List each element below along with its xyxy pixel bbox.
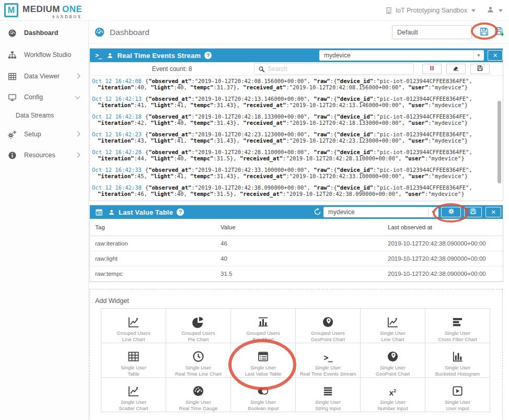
sidebar-item-dashboard[interactable]: Dashboard [0, 24, 89, 42]
info-icon [7, 151, 17, 160]
user-menu[interactable] [487, 0, 503, 21]
close-widget-button[interactable]: ✕ [485, 207, 501, 217]
table-row: raw:iteration 46 2019-10-12T20:42:38.090… [90, 236, 503, 251]
add-widget-single-user-string-input[interactable]: Single User String Input [296, 378, 361, 412]
cell-tag: raw:tempc [95, 271, 123, 277]
main-content: Dashboard >_ Real Time Events Stream ? m… [89, 21, 509, 420]
user-icon [107, 52, 113, 59]
chevron-down-icon [75, 94, 80, 99]
events-toolbar: Event count: 8 [90, 62, 503, 76]
sidebar-item-data-streams[interactable]: Data Streams [0, 107, 89, 124]
add-widget-single-user-scatter-chart[interactable]: Single User Scatter Chart [101, 378, 166, 412]
help-icon[interactable]: ? [204, 52, 212, 59]
sidebar-item-data-viewer[interactable]: Data Viewer [0, 67, 89, 85]
clock-icon [192, 346, 204, 363]
widget-item-line1: Single User [380, 399, 406, 405]
org-selector[interactable]: IoT Prototyping Sandbox [385, 0, 476, 21]
add-widget-single-user-last-value-table[interactable]: Single User Last Value Table [231, 343, 296, 378]
event-log-entry: Oct 12 16:42:33{"observed_at":"2019-10-1… [92, 167, 495, 179]
dashboard-gauge-icon [94, 27, 105, 40]
widget-item-line1: Single User [186, 399, 211, 405]
cell-value: 46 [221, 240, 227, 247]
add-widget-single-user-real-time-events-stream[interactable]: >_ Single User Real Time Events Stream [296, 343, 361, 378]
add-widget-single-user-bucketed-histogram[interactable]: Single User Bucketed Histogram [425, 343, 490, 378]
top-bar: M MEDIUMONE SANDBOX IoT Prototyping Sand… [0, 0, 509, 21]
table-header-row: Tag Value Last observed at [90, 219, 503, 236]
search-icon [258, 66, 265, 73]
widget-settings-button[interactable] [441, 207, 461, 217]
device-select-value: mydevice [324, 208, 428, 216]
add-widget-grouped-users-bar-chart[interactable]: Grouped Users Bar Chart [231, 309, 296, 343]
brand-logo-icon: M [4, 3, 18, 17]
user-icon [108, 209, 115, 216]
brand-subtitle: SANDBOX [22, 15, 82, 19]
add-widget-single-user-real-time-line-chart[interactable]: Single User Real Time Line Chart [166, 343, 231, 378]
add-widget-area: Add Widget Grouped Users Line Chart Grou… [89, 289, 503, 420]
widget-item-line1: Single User [250, 365, 276, 371]
brand-logo[interactable]: M MEDIUMONE SANDBOX [4, 2, 82, 19]
search-input[interactable] [268, 65, 413, 73]
widget-item-line1: Single User [380, 365, 406, 371]
refresh-icon[interactable] [314, 208, 321, 216]
add-widget-single-user-boolean-input[interactable]: Single User Boolean Input [231, 378, 296, 412]
line-chart-icon [128, 380, 140, 397]
event-log-entry: Oct 12 16:42:18{"observed_at":"2019-10-1… [92, 113, 495, 126]
widget-item-line2: Real Time Line Chart [175, 371, 222, 377]
widget-item-line1: Single User [445, 365, 470, 371]
gear-icon [448, 208, 455, 216]
add-dashboard-button[interactable] [493, 27, 505, 38]
close-widget-button[interactable]: ✕ [488, 50, 503, 61]
chevron-down-icon [471, 9, 476, 12]
cell-tag: raw:light [95, 255, 118, 262]
brand-name: MEDIUM [22, 4, 60, 14]
widget-item-line2: Scatter Chart [119, 405, 148, 412]
add-widget-single-user-geopoint-chart[interactable]: Single User GeoPoint Chart [361, 343, 425, 378]
widget-item-line1: Grouped Users [181, 330, 215, 336]
grid-icon [128, 346, 140, 363]
gears-icon [7, 130, 17, 139]
event-log-area: Oct 12 16:42:08{"observed_at":"2019-10-1… [90, 76, 503, 201]
toggle-icon [257, 380, 269, 397]
column-header-value: Value [221, 224, 236, 230]
sidebar-item-resources[interactable]: Resources [0, 146, 89, 164]
clear-stream-button[interactable] [446, 64, 466, 74]
pause-stream-button[interactable] [422, 64, 442, 74]
save-widget-button[interactable] [464, 207, 482, 217]
add-widget-single-user-user-input[interactable]: Single User User Input [425, 378, 490, 412]
chevron-down-icon [428, 207, 438, 217]
event-log-entry: Oct 12 16:42:38{"observed_at":"2019-10-1… [92, 184, 495, 197]
scrollbar-thumb[interactable] [498, 101, 501, 183]
add-widget-single-user-line-chart[interactable]: Single User Line Chart [361, 309, 425, 343]
org-label: IoT Prototyping Sandbox [396, 7, 467, 14]
widget-item-line2: Line Chart [381, 336, 404, 343]
widget-item-line2: Line Chart [122, 336, 145, 343]
help-icon[interactable]: ? [177, 208, 184, 216]
add-widget-grouped-users-pie-chart[interactable]: Grouped Users Pie Chart [166, 309, 231, 343]
device-select[interactable]: mydevice [323, 207, 438, 217]
geopoint-icon [322, 311, 334, 328]
cell-value: 31.5 [221, 271, 232, 277]
event-log-entry: Oct 12 16:42:28{"observed_at":"2019-10-1… [92, 149, 495, 161]
last-value-widget-title: Last Value Table [119, 208, 173, 216]
event-timestamp: Oct 12 16:42:23 [92, 131, 142, 137]
add-widget-single-user-real-time-gauge[interactable]: Single User Real Time Gauge [166, 378, 231, 412]
add-widget-single-user-cross-filter-chart[interactable]: Single User Cross Filter Chart [425, 309, 490, 343]
widget-item-line2: String Input [315, 405, 341, 412]
list-icon [95, 208, 103, 216]
device-select[interactable]: mydevice [319, 50, 484, 61]
add-widget-single-user-number-input[interactable]: x2 Single User Number Input [361, 378, 425, 412]
sidebar-item-workflow-studio[interactable]: Workflow Studio [0, 46, 89, 64]
last-value-widget-header: Last Value Table ? mydevice ✕ [90, 205, 503, 219]
event-timestamp: Oct 12 16:42:38 [92, 184, 142, 191]
event-timestamp: Oct 12 16:42:13 [92, 96, 142, 102]
add-widget-grouped-users-line-chart[interactable]: Grouped Users Line Chart [101, 309, 166, 343]
dashboard-name-input[interactable] [392, 25, 472, 39]
sidebar-item-config[interactable]: Config [0, 88, 89, 106]
sidebar-item-setup[interactable]: Setup [0, 125, 89, 143]
save-dashboard-button[interactable] [478, 27, 490, 38]
widget-item-line2: GeoPoint Chart [376, 371, 410, 377]
add-widget-grouped-users-geopoint-chart[interactable]: Grouped Users GeoPoint Chart [296, 309, 361, 343]
save-stream-button[interactable] [470, 64, 490, 74]
sidebar: Dashboard Workflow Studio Data Viewer Co… [0, 21, 89, 420]
add-widget-single-user-table[interactable]: Single User Table [101, 343, 166, 378]
